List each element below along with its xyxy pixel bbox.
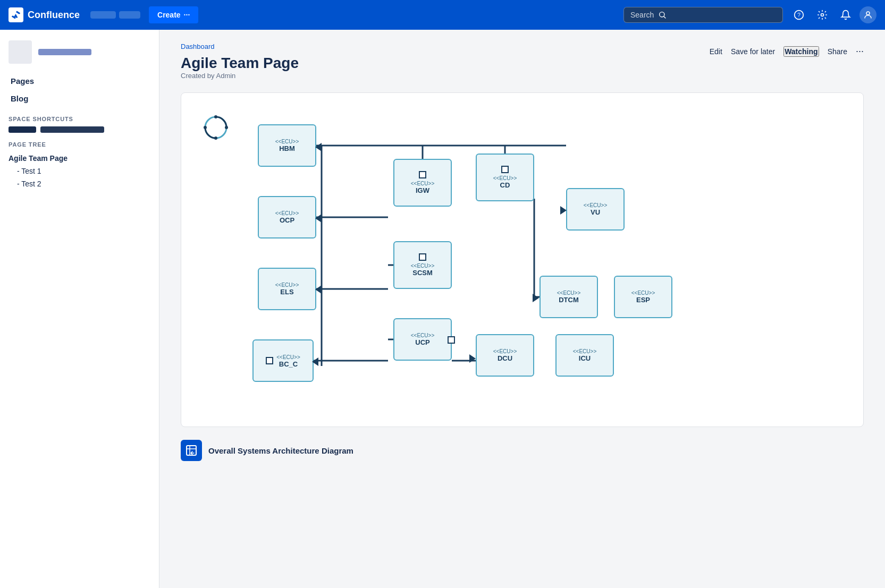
more-options-button[interactable]: ···	[856, 46, 864, 57]
ecu-stereotype-esp: <<ECU>>	[631, 290, 655, 296]
ecu-stereotype-ocp: <<ECU>>	[275, 210, 299, 216]
ecu-node-dtcm[interactable]: <<ECU>> DTCM	[540, 276, 598, 318]
ecu-diagram: <<ECU>> HBM <<ECU>> OCP <<ECU>> ELS	[194, 106, 850, 414]
ecu-stereotype-els: <<ECU>>	[275, 282, 299, 288]
help-icon: ?	[794, 10, 804, 20]
page-tree-root[interactable]: Agile Team Page	[9, 152, 150, 165]
space-title-bar	[38, 49, 91, 55]
avatar-icon	[863, 10, 873, 20]
main-content: Dashboard Agile Team Page Created by Adm…	[159, 30, 885, 588]
cd-conn-square	[501, 166, 509, 173]
shortcut-1[interactable]	[9, 126, 36, 133]
ecu-node-hbm[interactable]: <<ECU>> HBM	[258, 124, 316, 167]
user-avatar[interactable]	[859, 6, 876, 23]
svg-point-4	[866, 12, 870, 15]
page-tree-child-1[interactable]: - Test 1	[9, 165, 150, 177]
page-header-left: Dashboard Agile Team Page Created by Adm…	[181, 42, 299, 90]
ecu-node-bcc[interactable]: <<ECU>> BC_C	[252, 339, 314, 382]
ecu-name-dcu: DCU	[498, 354, 512, 362]
igw-conn-square	[419, 171, 426, 178]
sidebar: Pages Blog SPACE SHORTCUTS PAGE TREE Agi…	[0, 30, 159, 588]
ecu-arrow-hbm	[315, 143, 322, 151]
create-button[interactable]: Create ···	[149, 6, 198, 23]
logo-icon	[9, 7, 23, 22]
diagram-container: <<ECU>> HBM <<ECU>> OCP <<ECU>> ELS	[181, 92, 864, 427]
ecu-arrow-dtcm	[533, 294, 539, 302]
ecu-node-vu[interactable]: <<ECU>> VU	[566, 188, 625, 231]
ecu-name-icu: ICU	[579, 354, 591, 362]
ecu-name-els: ELS	[280, 288, 293, 296]
shortcut-2[interactable]	[40, 126, 104, 133]
ecu-name-igw: IGW	[416, 186, 429, 194]
settings-icon	[817, 10, 828, 20]
app-layout: Pages Blog SPACE SHORTCUTS PAGE TREE Agi…	[0, 30, 885, 588]
ecu-stereotype-hbm: <<ECU>>	[275, 139, 299, 144]
ecu-name-vu: VU	[591, 208, 600, 216]
ecu-node-igw[interactable]: <<ECU>> IGW	[393, 159, 452, 207]
ecu-name-bcc: BC_C	[279, 360, 298, 368]
space-shortcuts	[9, 126, 150, 133]
settings-button[interactable]	[813, 5, 832, 24]
create-more-icon: ···	[184, 11, 190, 19]
ecu-name-cd: CD	[500, 181, 510, 189]
caption-icon	[181, 440, 202, 461]
ecu-arrow-dcu	[469, 354, 476, 363]
ecu-node-els[interactable]: <<ECU>> ELS	[258, 268, 316, 310]
svg-point-3	[821, 14, 824, 16]
save-for-later-button[interactable]: Save for later	[731, 47, 775, 56]
ecu-stereotype-dcu: <<ECU>>	[493, 348, 517, 354]
ecu-node-icu[interactable]: <<ECU>> ICU	[555, 334, 614, 377]
ecu-arrow-ocp	[315, 214, 322, 223]
page-actions: Edit Save for later Watching Share ···	[710, 46, 864, 57]
notifications-button[interactable]	[836, 5, 855, 24]
nav-pill-2	[119, 11, 140, 19]
ecu-arrow-bcc	[312, 357, 318, 366]
page-tree-label: PAGE TREE	[9, 141, 150, 148]
nav-pills	[90, 11, 140, 19]
help-button[interactable]: ?	[789, 5, 808, 24]
svg-point-22	[204, 126, 207, 129]
svg-point-20	[214, 137, 217, 140]
nav-icons: ?	[789, 5, 876, 24]
ecu-node-esp[interactable]: <<ECU>> ESP	[614, 276, 672, 318]
ecu-arrow-els	[315, 285, 322, 294]
ecu-arrow-vu	[560, 206, 567, 215]
ecu-stereotype-dtcm: <<ECU>>	[557, 290, 580, 296]
search-icon	[658, 11, 667, 19]
notifications-icon	[840, 10, 851, 20]
ecu-name-esp: ESP	[636, 296, 650, 304]
ecu-stereotype-igw: <<ECU>>	[411, 181, 434, 186]
breadcrumb[interactable]: Dashboard	[181, 42, 299, 50]
ecu-stereotype-ucp: <<ECU>>	[411, 333, 434, 338]
page-tree-child-2[interactable]: - Test 2	[9, 177, 150, 190]
ecu-name-ocp: OCP	[280, 216, 294, 224]
diagram-spinner-icon	[203, 114, 229, 141]
ecu-node-ucp[interactable]: <<ECU>> UCP	[393, 318, 452, 361]
caption-text: Overall Systems Architecture Diagram	[208, 446, 353, 455]
edit-button[interactable]: Edit	[710, 47, 722, 56]
bcc-conn-square	[266, 357, 273, 364]
ecu-name-ucp: UCP	[415, 338, 429, 346]
sidebar-item-blog[interactable]: Blog	[9, 90, 150, 107]
ecu-name-scsm: SCSM	[412, 269, 433, 277]
watching-button[interactable]: Watching	[783, 46, 819, 57]
share-button[interactable]: Share	[828, 47, 847, 56]
ecu-node-ocp[interactable]: <<ECU>> OCP	[258, 196, 316, 238]
svg-point-19	[214, 115, 217, 118]
search-bar[interactable]: Search	[623, 7, 783, 23]
ecu-stereotype-icu: <<ECU>>	[573, 348, 596, 354]
ecu-node-dcu[interactable]: <<ECU>> DCU	[476, 334, 534, 377]
svg-text:?: ?	[797, 12, 800, 18]
created-by: Created by Admin	[181, 72, 299, 80]
diagram-caption: Overall Systems Architecture Diagram	[181, 436, 864, 465]
page-header-row: Dashboard Agile Team Page Created by Adm…	[181, 42, 864, 90]
ecu-name-hbm: HBM	[279, 144, 295, 152]
ecu-node-cd[interactable]: <<ECU>> CD	[476, 154, 534, 201]
confluence-logo[interactable]: Confluence	[9, 7, 80, 22]
ecu-stereotype-bcc: <<ECU>>	[276, 354, 300, 360]
nav-pill-1	[90, 11, 116, 19]
ecu-name-dtcm: DTCM	[559, 296, 579, 304]
sidebar-item-pages[interactable]: Pages	[9, 72, 150, 90]
ecu-stereotype-vu: <<ECU>>	[584, 202, 607, 208]
ecu-node-scsm[interactable]: <<ECU>> SCSM	[393, 241, 452, 289]
